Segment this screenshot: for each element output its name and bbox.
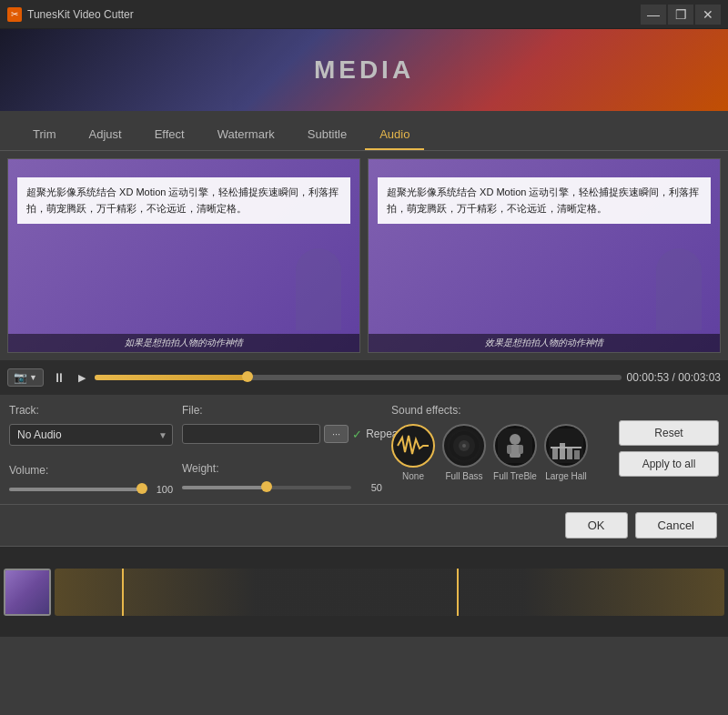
weight-slider-row: 50	[182, 482, 382, 493]
timeline-track[interactable]	[55, 569, 724, 616]
pause-button[interactable]: ⏸	[49, 368, 69, 387]
timeline-area	[0, 546, 728, 637]
banner-text: MEDIA	[314, 55, 414, 85]
tab-effect[interactable]: Effect	[140, 120, 199, 150]
preview-panels: 超聚光影像系统结合 XD Motion 运动引擎，轻松捕捉疾速瞬间，利落挥拍，萌…	[0, 151, 728, 360]
volume-value: 100	[147, 484, 173, 495]
sound-effect-fullbass[interactable]: Full Bass	[442, 424, 486, 481]
check-mark: ✓	[352, 428, 362, 441]
volume-label: Volume:	[9, 464, 173, 477]
preview-banner-area: MEDIA	[0, 29, 728, 111]
camera-dropdown-arrow: ▼	[29, 373, 37, 382]
video-text-overlay-left: 超聚光影像系统结合 XD Motion 运动引擎，轻松捕捉疾速瞬间，利落挥拍，萌…	[17, 177, 350, 224]
sound-effects-row: None Full Bass	[391, 424, 610, 481]
sound-circle-fullbass	[442, 424, 486, 468]
sound-label-treble: Full TreBle	[493, 471, 537, 481]
reset-button[interactable]: Reset	[619, 420, 719, 446]
progress-bar[interactable]	[95, 375, 622, 380]
close-button[interactable]: ✕	[695, 5, 721, 25]
cancel-button[interactable]: Cancel	[635, 512, 717, 539]
video-panel-left: 超聚光影像系统结合 XD Motion 运动引擎，轻松捕捉疾速瞬间，利落挥拍，萌…	[7, 158, 360, 353]
svg-point-3	[462, 444, 466, 448]
video-subtitle-left: 如果是想拍拍人物的动作神情	[8, 334, 359, 352]
progress-fill	[95, 375, 248, 380]
volume-thumb[interactable]	[136, 483, 147, 494]
volume-slider-row: 100	[9, 484, 173, 495]
sound-effects-section: Sound effects: None	[391, 404, 610, 495]
sound-effect-none[interactable]: None	[391, 424, 435, 481]
file-label: File:	[182, 404, 382, 417]
track-section: Track: No Audio Track 1 Track 2 ▼ Volume…	[9, 404, 173, 495]
maximize-button[interactable]: ❒	[668, 5, 693, 25]
time-display: 00:00:53 / 00:03:03	[627, 371, 721, 384]
file-browse-button[interactable]: ···	[324, 425, 349, 443]
tab-trim[interactable]: Trim	[18, 120, 71, 150]
sound-label-fullbass: Full Bass	[445, 471, 482, 481]
progress-thumb[interactable]	[242, 371, 253, 382]
weight-slider[interactable]	[182, 486, 351, 489]
weight-thumb[interactable]	[261, 481, 272, 492]
screenshot-button[interactable]: 📷 ▼	[7, 368, 44, 387]
svg-rect-14	[551, 447, 581, 448]
svg-rect-7	[507, 445, 511, 454]
sound-effect-treble[interactable]: Full TreBle	[493, 424, 537, 481]
volume-slider[interactable]	[9, 488, 142, 491]
sound-circle-treble	[493, 424, 537, 468]
svg-rect-8	[519, 445, 523, 454]
sound-label-largehall: Large Hall	[545, 471, 587, 481]
tab-audio[interactable]: Audio	[365, 120, 424, 150]
svg-rect-13	[574, 450, 580, 459]
file-section: File: ··· ✓ Repeat Weight: 50	[182, 404, 382, 495]
weight-value: 50	[357, 482, 382, 493]
apply-to-all-button[interactable]: Apply to all	[619, 451, 719, 477]
title-bar: ✂ TunesKit Video Cutter — ❒ ✕	[0, 0, 728, 29]
video-subtitle-right: 效果是想拍拍人物的动作神情	[369, 334, 720, 352]
timeline-fill	[55, 569, 724, 616]
app-title: TunesKit Video Cutter	[27, 8, 635, 21]
weight-label: Weight:	[182, 462, 382, 475]
track-select-wrapper: No Audio Track 1 Track 2 ▼	[9, 424, 173, 446]
play-button[interactable]: ▶	[75, 370, 89, 386]
app-icon: ✂	[7, 7, 22, 22]
track-select[interactable]: No Audio Track 1 Track 2	[9, 424, 173, 446]
controls-area: Track: No Audio Track 1 Track 2 ▼ Volume…	[0, 395, 728, 504]
file-row: ··· ✓ Repeat	[182, 424, 382, 444]
sound-label-none: None	[402, 471, 424, 481]
tab-subtitle[interactable]: Subtitle	[293, 120, 361, 150]
file-input[interactable]	[182, 424, 320, 444]
track-label: Track:	[9, 404, 173, 417]
timeline-thumb-inner	[5, 570, 49, 614]
media-banner: MEDIA	[0, 29, 728, 111]
tabs-bar: Trim Adjust Effect Watermark Subtitle Au…	[0, 111, 728, 151]
svg-rect-11	[560, 443, 565, 459]
video-text-overlay-right: 超聚光影像系统结合 XD Motion 运动引擎，轻松捕捉疾速瞬间，利落挥拍，萌…	[378, 177, 711, 224]
tab-watermark[interactable]: Watermark	[203, 120, 289, 150]
dialog-buttons: OK Cancel	[0, 504, 728, 546]
sound-effect-largehall[interactable]: Large Hall	[544, 424, 588, 481]
timeline-marker-right[interactable]	[457, 569, 459, 616]
sound-effects-label: Sound effects:	[391, 404, 610, 417]
svg-rect-12	[567, 447, 572, 459]
tab-adjust[interactable]: Adjust	[75, 120, 136, 150]
minimize-button[interactable]: —	[641, 5, 666, 25]
sound-circle-largehall	[544, 424, 588, 468]
volume-fill	[9, 488, 142, 491]
camera-icon: 📷	[14, 371, 27, 384]
timeline-marker-left[interactable]	[122, 569, 124, 616]
timeline-thumbnail	[4, 569, 51, 616]
sound-circle-none	[391, 424, 435, 468]
svg-rect-10	[552, 448, 558, 459]
playback-bar: 📷 ▼ ⏸ ▶ 00:00:53 / 00:03:03	[0, 360, 728, 395]
window-controls: — ❒ ✕	[641, 5, 721, 25]
weight-fill	[182, 486, 267, 489]
video-panel-right: 超聚光影像系统结合 XD Motion 运动引擎，轻松捕捉疾速瞬间，利落挥拍，萌…	[368, 158, 721, 353]
svg-point-5	[510, 434, 521, 445]
ok-button[interactable]: OK	[565, 512, 628, 539]
action-buttons: Reset Apply to all	[619, 404, 719, 495]
